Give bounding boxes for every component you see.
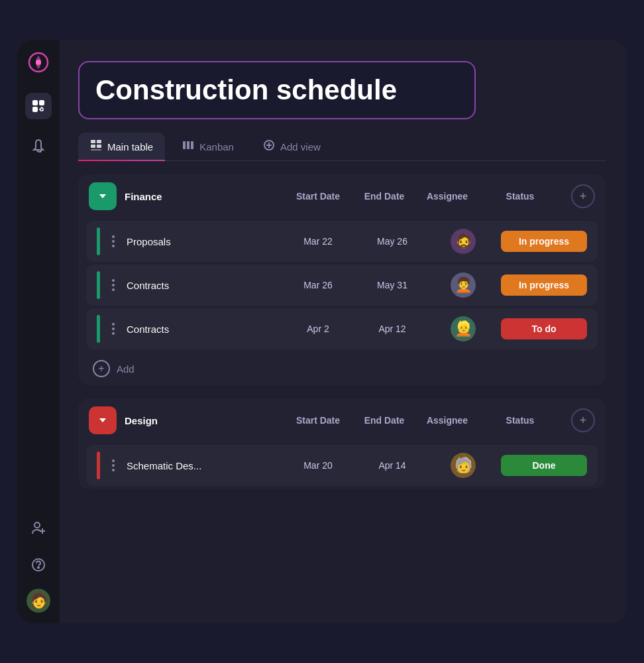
svg-rect-16	[97, 145, 101, 148]
svg-rect-2	[32, 100, 38, 105]
group-design-toggle[interactable]	[89, 406, 117, 434]
sidebar-bottom: 🧑	[25, 514, 52, 613]
logo-icon[interactable]	[27, 50, 50, 74]
group-finance-header: Finance Start Date End Date Assignee Sta…	[78, 174, 606, 218]
row-end-date: May 26	[359, 236, 425, 247]
row-name: Proposals	[127, 236, 277, 247]
page-title-input[interactable]	[95, 74, 458, 106]
app-container: 🧑 Main table	[17, 40, 627, 623]
row-start-date: Mar 20	[285, 460, 351, 471]
add-column-button-design[interactable]: +	[571, 408, 595, 432]
sidebar-item-grid[interactable]	[25, 93, 52, 119]
group-finance-toggle[interactable]	[89, 182, 117, 210]
table-row: Schematic Des... Mar 20 Apr 14 🧓 Done	[86, 445, 598, 486]
row-start-date: Mar 22	[285, 236, 351, 247]
kanban-icon	[182, 139, 194, 154]
add-row-button-finance[interactable]: + Add	[78, 352, 606, 385]
add-column-button-finance[interactable]: +	[571, 184, 595, 208]
tab-add-view-label: Add view	[280, 141, 321, 152]
column-headers-design: Design Start Date End Date Assignee Stat…	[125, 415, 563, 426]
tab-main-table-label: Main table	[107, 141, 153, 152]
table-row: Contracts Mar 26 May 31 🧑‍🦱 In progress	[86, 265, 598, 306]
col-header-end-date: End Date	[351, 191, 417, 202]
group-design: Design Start Date End Date Assignee Stat…	[78, 398, 606, 489]
col-header-start-date: Start Date	[285, 191, 351, 202]
table-row: Proposals Mar 22 May 26 🧔 In progress	[86, 221, 598, 262]
sidebar-item-bell[interactable]	[25, 133, 52, 159]
add-row-label: Add	[117, 363, 134, 375]
group-finance: Finance Start Date End Date Assignee Sta…	[78, 174, 606, 385]
status-badge: Done	[501, 455, 587, 476]
row-menu-button[interactable]	[108, 457, 119, 474]
svg-point-8	[34, 522, 40, 528]
avatar: 🧑‍🦱	[451, 272, 476, 298]
row-end-date: Apr 12	[359, 324, 425, 334]
sidebar: 🧑	[17, 40, 60, 623]
row-menu-button[interactable]	[108, 320, 119, 337]
status-badge: In progress	[501, 274, 587, 296]
add-row-icon: +	[93, 360, 110, 377]
row-indicator	[97, 452, 100, 479]
title-input-wrapper	[78, 61, 476, 119]
row-end-date: Apr 14	[359, 460, 425, 471]
avatar: 🧓	[451, 453, 476, 478]
svg-rect-18	[183, 141, 186, 149]
col-header-end-date-d: End Date	[351, 415, 417, 426]
view-tabs: Main table Kanban	[78, 133, 606, 161]
svg-rect-13	[91, 140, 95, 143]
row-name: Contracts	[127, 280, 277, 291]
col-header-status: Status	[477, 191, 563, 202]
group-design-header: Design Start Date End Date Assignee Stat…	[78, 398, 606, 442]
sidebar-item-help[interactable]	[25, 552, 52, 578]
row-name: Contracts	[127, 324, 277, 335]
tab-kanban-label: Kanban	[199, 141, 234, 152]
row-menu-button[interactable]	[108, 276, 119, 294]
row-assignee: 👱	[433, 316, 493, 341]
svg-rect-19	[187, 141, 189, 149]
row-indicator	[97, 315, 100, 343]
group-finance-label: Finance	[125, 191, 285, 202]
column-headers-finance: Finance Start Date End Date Assignee Sta…	[125, 191, 563, 202]
row-indicator	[97, 227, 100, 255]
add-view-icon	[263, 139, 275, 154]
tab-kanban[interactable]: Kanban	[170, 133, 246, 160]
main-table-icon	[90, 139, 102, 154]
sidebar-item-user-add[interactable]	[25, 514, 52, 541]
row-start-date: Mar 26	[285, 280, 351, 290]
svg-rect-14	[97, 140, 101, 143]
row-start-date: Apr 2	[285, 324, 351, 334]
row-assignee: 🧔	[433, 229, 493, 254]
col-header-assignee-d: Assignee	[417, 415, 477, 426]
sidebar-user-avatar[interactable]: 🧑	[27, 589, 50, 613]
col-header-start-date-d: Start Date	[285, 415, 351, 426]
status-badge: To do	[501, 318, 587, 339]
svg-rect-15	[91, 145, 95, 148]
col-header-assignee: Assignee	[417, 191, 477, 202]
tab-add-view[interactable]: Add view	[251, 133, 333, 160]
status-badge: In progress	[501, 231, 587, 252]
row-indicator	[97, 271, 100, 299]
group-design-label: Design	[125, 415, 285, 426]
table-row: Contracts Apr 2 Apr 12 👱 To do	[86, 308, 598, 349]
svg-rect-3	[39, 100, 44, 105]
tab-main-table[interactable]: Main table	[78, 133, 165, 160]
row-assignee: 🧑‍🦱	[433, 272, 493, 298]
row-menu-button[interactable]	[108, 233, 119, 250]
svg-rect-5	[40, 108, 43, 111]
row-assignee: 🧓	[433, 453, 493, 478]
svg-rect-20	[191, 141, 193, 149]
svg-point-1	[36, 60, 41, 65]
svg-rect-4	[32, 107, 38, 112]
avatar: 🧔	[451, 229, 476, 254]
row-end-date: May 31	[359, 280, 425, 290]
col-header-status-d: Status	[477, 415, 563, 426]
svg-point-12	[38, 567, 39, 568]
avatar: 👱	[451, 316, 476, 341]
main-content: Main table Kanban	[60, 40, 627, 623]
row-name: Schematic Des...	[127, 460, 277, 471]
svg-rect-17	[91, 149, 101, 151]
